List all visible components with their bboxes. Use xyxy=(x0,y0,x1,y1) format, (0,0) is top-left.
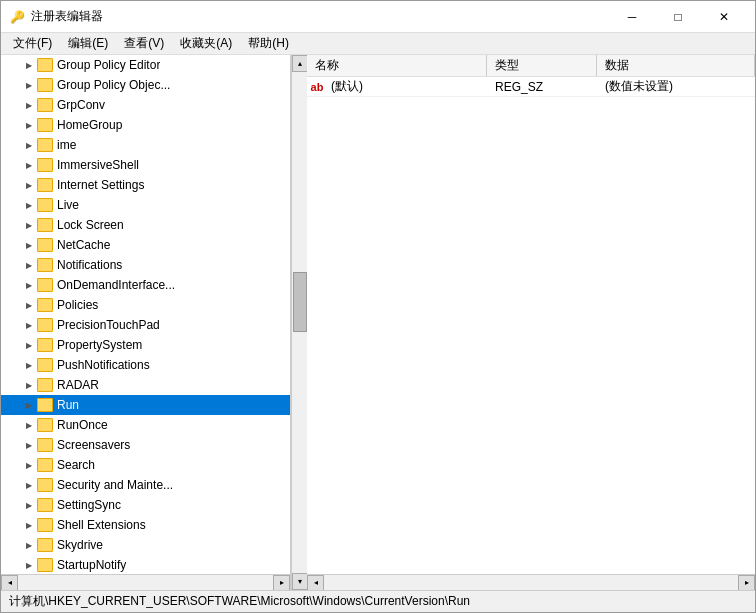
folder-icon xyxy=(37,218,53,232)
tree-expand-icon[interactable]: ▶ xyxy=(21,497,37,513)
tree-expand-icon[interactable]: ▶ xyxy=(21,397,37,413)
folder-icon xyxy=(37,78,53,92)
tree-item-label: PropertySystem xyxy=(57,338,142,352)
tree-item-label: PrecisionTouchPad xyxy=(57,318,160,332)
menu-bar: 文件(F) 编辑(E) 查看(V) 收藏夹(A) 帮助(H) xyxy=(1,33,755,55)
tree-expand-icon[interactable]: ▶ xyxy=(21,277,37,293)
tree-view[interactable]: ▶Group Policy Editor▶Group Policy Objec.… xyxy=(1,55,290,574)
close-button[interactable]: ✕ xyxy=(701,1,747,33)
folder-icon xyxy=(37,558,53,572)
tree-expand-icon[interactable]: ▶ xyxy=(21,137,37,153)
tree-item[interactable]: ▶PushNotifications xyxy=(1,355,290,375)
tree-expand-icon[interactable]: ▶ xyxy=(21,517,37,533)
tree-item[interactable]: ▶Run xyxy=(1,395,290,415)
scroll-up-button[interactable]: ▴ xyxy=(292,55,308,72)
scroll-down-button[interactable]: ▾ xyxy=(292,573,308,590)
tree-item[interactable]: ▶Search xyxy=(1,455,290,475)
tree-expand-icon[interactable]: ▶ xyxy=(21,257,37,273)
tree-item[interactable]: ▶Skydrive xyxy=(1,535,290,555)
tree-item[interactable]: ▶Group Policy Editor xyxy=(1,55,290,75)
tree-item[interactable]: ▶Policies xyxy=(1,295,290,315)
tree-expand-icon[interactable]: ▶ xyxy=(21,357,37,373)
menu-view[interactable]: 查看(V) xyxy=(116,33,172,54)
h-scroll-track-left[interactable] xyxy=(18,575,273,591)
scroll-thumb[interactable] xyxy=(293,272,307,332)
tree-item[interactable]: ▶HomeGroup xyxy=(1,115,290,135)
tree-item-label: Notifications xyxy=(57,258,122,272)
right-scroll-right[interactable]: ▸ xyxy=(738,575,755,591)
folder-icon xyxy=(37,178,53,192)
tree-expand-icon[interactable]: ▶ xyxy=(21,477,37,493)
tree-expand-icon[interactable]: ▶ xyxy=(21,557,37,573)
tree-expand-icon[interactable]: ▶ xyxy=(21,457,37,473)
scroll-left-button[interactable]: ◂ xyxy=(1,575,18,591)
tree-expand-icon[interactable]: ▶ xyxy=(21,317,37,333)
status-bar: 计算机\HKEY_CURRENT_USER\SOFTWARE\Microsoft… xyxy=(1,590,755,612)
maximize-button[interactable]: □ xyxy=(655,1,701,33)
tree-item[interactable]: ▶PropertySystem xyxy=(1,335,290,355)
status-path: 计算机\HKEY_CURRENT_USER\SOFTWARE\Microsoft… xyxy=(9,593,470,610)
tree-expand-icon[interactable]: ▶ xyxy=(21,117,37,133)
tree-item-label: Run xyxy=(57,398,79,412)
tree-item[interactable]: ▶Shell Extensions xyxy=(1,515,290,535)
folder-icon xyxy=(37,338,53,352)
tree-expand-icon[interactable]: ▶ xyxy=(21,57,37,73)
registry-list[interactable]: ab(默认)REG_SZ(数值未设置) xyxy=(307,77,755,574)
tree-expand-icon[interactable]: ▶ xyxy=(21,197,37,213)
tree-expand-icon[interactable]: ▶ xyxy=(21,77,37,93)
tree-item[interactable]: ▶PrecisionTouchPad xyxy=(1,315,290,335)
tree-item[interactable]: ▶ime xyxy=(1,135,290,155)
folder-icon xyxy=(37,138,53,152)
tree-item[interactable]: ▶Live xyxy=(1,195,290,215)
tree-item[interactable]: ▶NetCache xyxy=(1,235,290,255)
tree-item[interactable]: ▶Lock Screen xyxy=(1,215,290,235)
tree-item[interactable]: ▶Screensavers xyxy=(1,435,290,455)
tree-item[interactable]: ▶OnDemandInterface... xyxy=(1,275,290,295)
registry-type: REG_SZ xyxy=(487,80,597,94)
folder-icon xyxy=(37,238,53,252)
tree-item[interactable]: ▶RunOnce xyxy=(1,415,290,435)
tree-item[interactable]: ▶SettingSync xyxy=(1,495,290,515)
tree-item[interactable]: ▶StartupNotify xyxy=(1,555,290,574)
tree-expand-icon[interactable]: ▶ xyxy=(21,157,37,173)
tree-item-label: Live xyxy=(57,198,79,212)
folder-icon xyxy=(37,458,53,472)
scroll-right-button[interactable]: ▸ xyxy=(273,575,290,591)
menu-help[interactable]: 帮助(H) xyxy=(240,33,297,54)
tree-item[interactable]: ▶Security and Mainte... xyxy=(1,475,290,495)
tree-expand-icon[interactable]: ▶ xyxy=(21,97,37,113)
tree-item[interactable]: ▶ImmersiveShell xyxy=(1,155,290,175)
menu-edit[interactable]: 编辑(E) xyxy=(60,33,116,54)
tree-expand-icon[interactable]: ▶ xyxy=(21,417,37,433)
tree-item-label: GrpConv xyxy=(57,98,105,112)
tree-expand-icon[interactable]: ▶ xyxy=(21,177,37,193)
right-scroll-track[interactable] xyxy=(324,575,738,590)
tree-item[interactable]: ▶RADAR xyxy=(1,375,290,395)
table-row[interactable]: ab(默认)REG_SZ(数值未设置) xyxy=(307,77,755,97)
left-bottom-scrollbar: ◂ ▸ xyxy=(1,574,290,590)
tree-item[interactable]: ▶Group Policy Objec... xyxy=(1,75,290,95)
title-bar: 🔑 注册表编辑器 ─ □ ✕ xyxy=(1,1,755,33)
tree-scrollbar: ▴ ▾ xyxy=(291,55,307,590)
tree-expand-icon[interactable]: ▶ xyxy=(21,297,37,313)
minimize-button[interactable]: ─ xyxy=(609,1,655,33)
tree-expand-icon[interactable]: ▶ xyxy=(21,437,37,453)
menu-favorites[interactable]: 收藏夹(A) xyxy=(172,33,240,54)
tree-expand-icon[interactable]: ▶ xyxy=(21,377,37,393)
tree-expand-icon[interactable]: ▶ xyxy=(21,537,37,553)
scroll-track[interactable] xyxy=(292,72,307,573)
tree-item[interactable]: ▶Notifications xyxy=(1,255,290,275)
tree-expand-icon[interactable]: ▶ xyxy=(21,217,37,233)
tree-item[interactable]: ▶Internet Settings xyxy=(1,175,290,195)
left-panel: ▶Group Policy Editor▶Group Policy Objec.… xyxy=(1,55,291,590)
folder-icon xyxy=(37,98,53,112)
tree-item-label: NetCache xyxy=(57,238,110,252)
tree-expand-icon[interactable]: ▶ xyxy=(21,237,37,253)
menu-file[interactable]: 文件(F) xyxy=(5,33,60,54)
tree-item[interactable]: ▶GrpConv xyxy=(1,95,290,115)
folder-icon xyxy=(37,278,53,292)
tree-expand-icon[interactable]: ▶ xyxy=(21,337,37,353)
registry-data: (数值未设置) xyxy=(597,78,755,95)
registry-type-icon: ab xyxy=(307,81,327,93)
right-scroll-left[interactable]: ◂ xyxy=(307,575,324,591)
